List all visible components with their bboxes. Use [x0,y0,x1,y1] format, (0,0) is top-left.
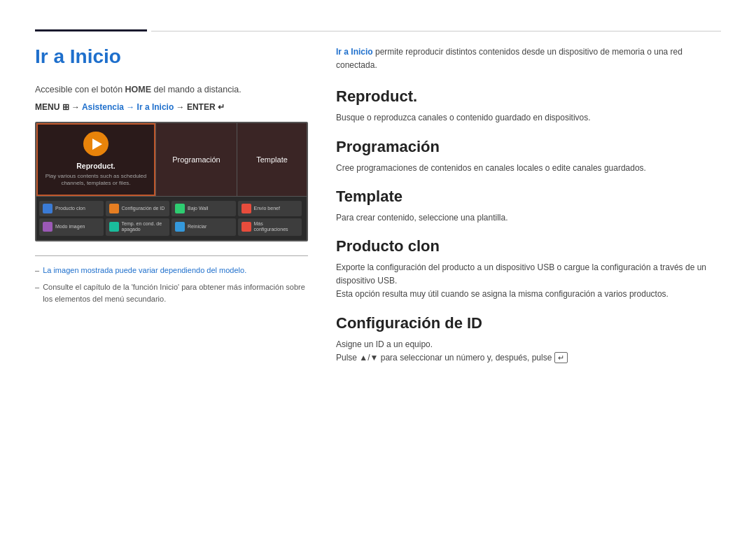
page-title: Ir a Inicio [35,45,308,68]
section-title-reproduct: Reproduct. [336,87,721,106]
tv-cell-middle: Programación [155,123,237,196]
page-container: Ir a Inicio Accesible con el botón HOME … [0,0,756,398]
tv-middle-label: Programación [172,155,220,164]
note-text-0: La imagen mostrada puede variar dependie… [43,265,246,276]
tv-icon-label-3: Envío benef [254,206,280,211]
producto-clon-line1: Exporte la configuración del producto a … [336,262,706,286]
enter-icon: ↵ [554,352,568,363]
tv-play-sublabel: Play various contents such as scheduled … [45,173,147,188]
menu-path: MENU ⊞ → Asistencia → Ir a Inicio → ENTE… [35,102,308,112]
tv-icon-item-3: Envío benef [238,201,302,216]
section-desc-reproduct: Busque o reproduzca canales o contenido … [336,111,721,125]
tv-icon-label-7: Más configuraciones [254,221,299,233]
tv-icon-1 [109,204,119,213]
tv-icon-item-1: Configuración de ID [106,201,170,216]
tv-icon-3 [241,204,251,213]
section-desc-config-id: Asigne un ID a un equipo. Pulse ▲/▼ para… [336,338,721,365]
section-title-programacion: Programación [336,138,721,156]
section-desc-programacion: Cree programaciones de contenidos en can… [336,162,721,175]
menu-link: Asistencia → Ir a Inicio [82,102,174,112]
section-title-template: Template [336,188,721,206]
section-desc-template: Para crear contenido, seleccione una pla… [336,211,721,225]
tv-icon-label-6: Reiniciar [188,224,206,230]
notes-section: – La imagen mostrada puede variar depend… [35,255,308,305]
tv-icon-6 [175,222,185,232]
tv-icon-4 [43,222,52,232]
top-bar [0,0,756,31]
access-text-prefix: Accesible con el botón [35,85,125,94]
tv-icon-5 [109,222,119,232]
tv-cell-play: Reproduct. Play various contents such as… [36,123,155,196]
tv-play-label: Reproduct. [76,162,115,171]
left-column: Ir a Inicio Accesible con el botón HOME … [35,45,308,377]
tv-icon-item-0: Producto clon [39,201,104,216]
intro-bold: Ir a Inicio [336,47,373,57]
note-dash-1: – [35,281,39,304]
tv-screen: Reproduct. Play various contents such as… [35,122,308,241]
menu-label: MENU ⊞ → Asistencia → Ir a Inicio → ENTE… [35,102,225,112]
play-triangle-icon [92,139,102,150]
tv-icon-item-6: Reiniciar [172,218,236,236]
tv-icon-label-2: Bajo Wall [188,206,208,211]
tv-icon-label-4: Modo imagen [55,224,85,230]
section-title-config-id: Configuración de ID [336,314,721,332]
tv-icon-label-0: Producto clon [55,206,85,211]
config-id-line1: Asigne un ID a un equipo. [336,339,433,349]
tv-icon-label-1: Configuración de ID [122,206,165,211]
home-bold: HOME [125,85,152,94]
note-item-0: – La imagen mostrada puede variar depend… [35,265,308,276]
intro-rest: permite reproducir distintos contenidos … [336,47,682,70]
tv-top-section: Reproduct. Play various contents such as… [36,123,307,197]
section-title-producto-clon: Producto clon [336,237,721,255]
tv-icon-item-2: Bajo Wall [172,201,236,216]
producto-clon-line2: Esta opción resulta muy útil cuando se a… [336,289,668,299]
config-id-line2: Pulse ▲/▼ para seleccionar un número y, … [336,353,568,363]
tv-icon-item-5: Temp. en cond. de apagado [106,218,170,236]
tv-icon-7 [241,222,251,232]
access-text: Accesible con el botón HOME del mando a … [35,83,308,97]
tv-icon-item-7: Más configuraciones [238,218,302,236]
tv-icon-item-4: Modo imagen [39,218,104,236]
main-content: Ir a Inicio Accesible con el botón HOME … [0,31,756,398]
intro-text: Ir a Inicio permite reproducir distintos… [336,45,721,72]
note-text-1: Consulte el capítulo de la 'función Inic… [43,281,308,304]
tv-icon-2 [175,204,185,213]
tv-bottom-section: Producto clon Configuración de ID Bajo W… [36,197,307,240]
access-text-suffix: del mando a distancia. [151,85,241,94]
right-column: Ir a Inicio permite reproducir distintos… [336,45,721,377]
note-dash-0: – [35,265,39,276]
tv-cell-right: Template [237,123,307,196]
note-item-1: – Consulte el capítulo de la 'función In… [35,281,308,304]
section-desc-producto-clon: Exporte la configuración del producto a … [336,261,721,302]
play-circle-icon [83,132,108,157]
tv-icon-0 [43,204,52,213]
tv-icon-label-5: Temp. en cond. de apagado [122,221,167,233]
tv-right-label: Template [256,155,288,164]
